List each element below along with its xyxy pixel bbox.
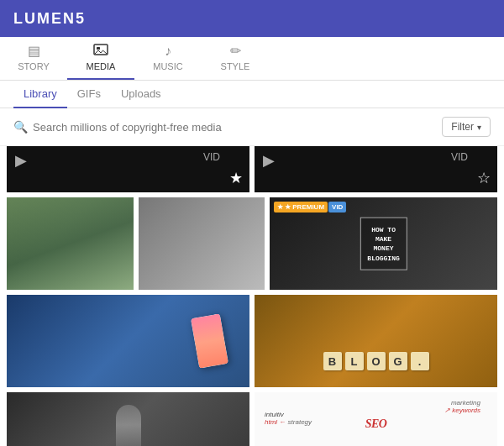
tab-style-label: STYLE [221,61,250,71]
style-icon: ✏ [230,45,241,58]
blog-tile-dot: . [411,352,429,370]
media-icon [93,44,108,58]
tab-style[interactable]: ✏ STYLE [202,37,269,80]
seo-text: SEO [365,417,387,431]
search-icon: 🔍 [13,120,28,134]
media-item[interactable] [7,197,134,290]
seo-annotation-2: intuitiv html ← strategy [265,411,312,426]
video-tag: VID [451,151,468,163]
tab-music-label: MUSIC [153,61,182,71]
seo-annotations: marketing ↗ keywords [444,399,480,414]
star-icon: ★ [277,203,283,211]
sub-tab-gifs[interactable]: GIFs [67,81,111,108]
vid-badge: VID [328,202,346,213]
media-item-phone[interactable] [7,295,249,387]
play-icon: ▶ [15,151,27,170]
sub-tab-library[interactable]: Library [13,81,67,108]
tab-media-label: MEDIA [87,61,116,71]
media-item[interactable]: ☆ ▶ VID [255,146,497,192]
media-grid: ★ ▶ VID ☆ ▶ VID HOW TOMAKEMONEYBLOG [0,146,504,446]
media-row-4: SEO marketing ↗ keywords intuitiv html ←… [7,392,497,446]
header: LUMEN5 [0,0,504,37]
svg-rect-1 [97,47,100,50]
search-input[interactable] [33,121,435,134]
search-bar: 🔍 Filter ▾ [0,108,504,146]
music-icon: ♪ [165,45,171,58]
notebook-text: HOW TOMAKEMONEYBLOGGING [360,218,407,270]
blog-tile-o: O [367,352,386,370]
media-row-1: ★ ▶ VID ☆ ▶ VID [7,146,497,192]
media-item-notebook[interactable]: HOW TOMAKEMONEYBLOGGING ★ ★ PREMIUM VID [270,197,497,290]
star-empty-icon: ☆ [477,171,491,186]
sub-tab-uploads[interactable]: Uploads [111,81,171,108]
tab-media[interactable]: MEDIA [67,37,134,80]
blog-tile-b: B [323,352,342,370]
media-item[interactable]: ★ ▶ VID [7,146,249,192]
play-icon: ▶ [263,151,275,170]
nav-tabs: ▤ STORY MEDIA ♪ MUSIC ✏ STYLE [0,37,504,81]
premium-badge: ★ ★ PREMIUM [274,202,328,213]
seo-content: SEO marketing ↗ keywords intuitiv html ←… [255,392,497,446]
tab-music[interactable]: ♪ MUSIC [134,37,202,80]
search-input-wrapper: 🔍 [13,120,435,134]
tab-story[interactable]: ▤ STORY [0,37,67,80]
blog-letters: B L O G . [323,352,429,370]
sub-tabs: Library GIFs Uploads [0,81,504,108]
media-row-2: HOW TOMAKEMONEYBLOGGING ★ ★ PREMIUM VID [7,197,497,290]
media-item-seo[interactable]: SEO marketing ↗ keywords intuitiv html ←… [255,392,497,446]
app-container: LUMEN5 ▤ STORY MEDIA ♪ MUSIC ✏ STYLE [0,0,504,446]
blog-tile-g: G [389,352,407,370]
filter-button[interactable]: Filter ▾ [442,117,491,137]
media-item[interactable] [139,197,265,290]
blog-tile-l: L [345,352,364,370]
tab-story-label: STORY [18,61,50,71]
media-item-woman[interactable] [7,392,249,446]
star-filled-icon: ★ [229,171,243,186]
video-tag: VID [203,151,220,163]
logo: LUMEN5 [13,10,86,28]
media-row-3: B L O G . [7,295,497,387]
chevron-down-icon: ▾ [477,123,481,132]
media-item-blog[interactable]: B L O G . [255,295,497,387]
story-icon: ▤ [28,45,40,58]
